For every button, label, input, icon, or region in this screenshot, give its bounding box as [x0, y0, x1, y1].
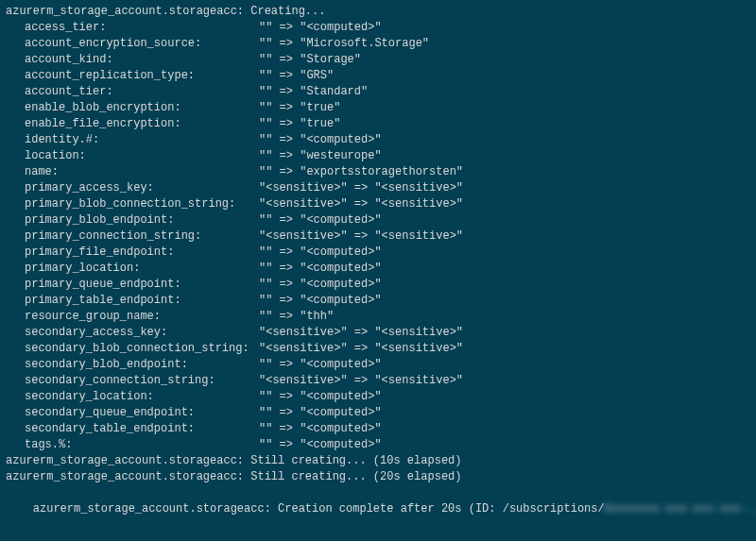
attribute-value: "<sensitive>" => "<sensitive>" [259, 181, 463, 194]
attribute-key: identity.#: [25, 132, 259, 148]
attribute-row: secondary_queue_endpoint:"" => "<compute… [6, 405, 750, 421]
attribute-row: account_tier:"" => "Standard" [6, 84, 750, 100]
attribute-row: secondary_location:"" => "<computed>" [6, 389, 750, 405]
attribute-row: account_replication_type:"" => "GRS" [6, 68, 750, 84]
attribute-value: "" => "<computed>" [259, 213, 382, 227]
attribute-key: primary_table_endpoint: [25, 293, 259, 309]
attribute-row: primary_access_key:"<sensitive>" => "<se… [6, 180, 750, 196]
attribute-key: account_kind: [25, 52, 259, 68]
attribute-key: secondary_blob_connection_string: [25, 341, 259, 357]
attribute-row: primary_file_endpoint:"" => "<computed>" [6, 245, 750, 261]
progress-line: azurerm_storage_account.storageacc: Stil… [6, 453, 750, 469]
attribute-value: "" => "<computed>" [259, 278, 382, 291]
attribute-value: "" => "Storage" [259, 53, 361, 66]
resource-creating-header: azurerm_storage_account.storageacc: Crea… [6, 4, 750, 20]
attribute-value: "" => "<computed>" [259, 438, 382, 451]
attribute-value: "" => "true" [259, 101, 340, 114]
attribute-value: "" => "GRS" [259, 69, 334, 82]
attribute-key: primary_access_key: [25, 180, 259, 196]
attribute-row: primary_connection_string:"<sensitive>" … [6, 228, 750, 245]
progress-line: azurerm_storage_account.storageacc: Stil… [6, 469, 750, 485]
attribute-row: secondary_blob_endpoint:"" => "<computed… [6, 357, 750, 373]
attribute-row: identity.#:"" => "<computed>" [6, 132, 750, 148]
attribute-value: "" => "true" [259, 117, 340, 130]
attribute-key: primary_blob_connection_string: [25, 196, 259, 212]
attribute-key: secondary_access_key: [25, 325, 259, 341]
attribute-row: secondary_blob_connection_string:"<sensi… [6, 341, 750, 357]
attribute-value: "" => "<computed>" [259, 358, 382, 371]
attribute-row: resource_group_name:"" => "thh" [6, 309, 750, 325]
attribute-row: primary_blob_connection_string:"<sensiti… [6, 196, 750, 212]
terminal-output: azurerm_storage_account.storageacc: Crea… [6, 4, 750, 541]
attribute-row: name:"" => "exportsstoragethorsten" [6, 164, 750, 180]
attribute-value: "" => "<computed>" [259, 245, 382, 259]
attribute-key: location: [25, 148, 259, 164]
attribute-row: account_kind:"" => "Storage" [6, 52, 750, 68]
attribute-row: primary_blob_endpoint:"" => "<computed>" [6, 212, 750, 228]
attribute-key: secondary_connection_string: [25, 373, 259, 389]
completion-id-blurred: bxxxxxxx-xxx-xxx-xxx-... [605, 502, 756, 516]
attribute-value: "" => "<computed>" [259, 294, 382, 307]
attribute-key: primary_connection_string: [25, 228, 259, 245]
attribute-row: primary_location:"" => "<computed>" [6, 261, 750, 277]
attribute-key: secondary_location: [25, 389, 259, 405]
attribute-value: "" => "<computed>" [259, 21, 382, 34]
creation-complete-line: azurerm_storage_account.storageacc: Crea… [6, 485, 750, 533]
attribute-key: primary_queue_endpoint: [25, 277, 259, 293]
attribute-key: primary_location: [25, 261, 259, 277]
attribute-value: "" => "Standard" [259, 85, 368, 98]
attribute-row: enable_file_encryption:"" => "true" [6, 116, 750, 132]
progress-lines: azurerm_storage_account.storageacc: Stil… [6, 453, 750, 485]
attribute-key: enable_blob_encryption: [25, 100, 259, 116]
attribute-value: "" => "thh" [259, 310, 334, 323]
attribute-key: account_replication_type: [25, 68, 259, 84]
attribute-value: "<sensitive>" => "<sensitive>" [259, 342, 463, 355]
attribute-key: enable_file_encryption: [25, 116, 259, 132]
attribute-value: "<sensitive>" => "<sensitive>" [259, 374, 463, 387]
attribute-key: tags.%: [25, 437, 259, 453]
attribute-value: "" => "Microsoft.Storage" [259, 37, 429, 50]
attribute-value: "" => "<computed>" [259, 262, 382, 275]
attribute-row: access_tier:"" => "<computed>" [6, 20, 750, 36]
attribute-value: "" => "<computed>" [259, 406, 382, 419]
attribute-key: account_encryption_source: [25, 36, 259, 52]
attribute-value: "" => "<computed>" [259, 422, 382, 435]
attribute-row: primary_table_endpoint:"" => "<computed>… [6, 293, 750, 309]
attribute-row: secondary_connection_string:"<sensitive>… [6, 373, 750, 389]
attribute-value: "" => "<computed>" [259, 133, 382, 146]
attribute-row: primary_queue_endpoint:"" => "<computed>… [6, 277, 750, 293]
attribute-value: "<sensitive>" => "<sensitive>" [259, 326, 463, 339]
attribute-row: secondary_table_endpoint:"" => "<compute… [6, 421, 750, 437]
attribute-value: "<sensitive>" => "<sensitive>" [259, 197, 463, 211]
attribute-key: name: [25, 164, 259, 180]
attribute-key: resource_group_name: [25, 309, 259, 325]
attribute-row: location:"" => "westeurope" [6, 148, 750, 164]
attribute-key: secondary_blob_endpoint: [25, 357, 259, 373]
attribute-key: secondary_queue_endpoint: [25, 405, 259, 421]
attribute-row: account_encryption_source:"" => "Microso… [6, 36, 750, 52]
attribute-key: secondary_table_endpoint: [25, 421, 259, 437]
attribute-value: "<sensitive>" => "<sensitive>" [259, 229, 463, 243]
attribute-list: access_tier:"" => "<computed>"account_en… [6, 20, 750, 453]
attribute-key: account_tier: [25, 84, 259, 100]
attribute-row: enable_blob_encryption:"" => "true" [6, 100, 750, 116]
attribute-key: access_tier: [25, 20, 259, 36]
completion-prefix: azurerm_storage_account.storageacc: Crea… [33, 502, 605, 516]
attribute-value: "" => "<computed>" [259, 390, 382, 403]
blank-line [6, 533, 750, 541]
attribute-row: tags.%:"" => "<computed>" [6, 437, 750, 453]
attribute-key: primary_file_endpoint: [25, 245, 259, 261]
attribute-value: "" => "westeurope" [259, 149, 382, 162]
attribute-row: secondary_access_key:"<sensitive>" => "<… [6, 325, 750, 341]
attribute-value: "" => "exportsstoragethorsten" [259, 165, 463, 178]
attribute-key: primary_blob_endpoint: [25, 212, 259, 228]
